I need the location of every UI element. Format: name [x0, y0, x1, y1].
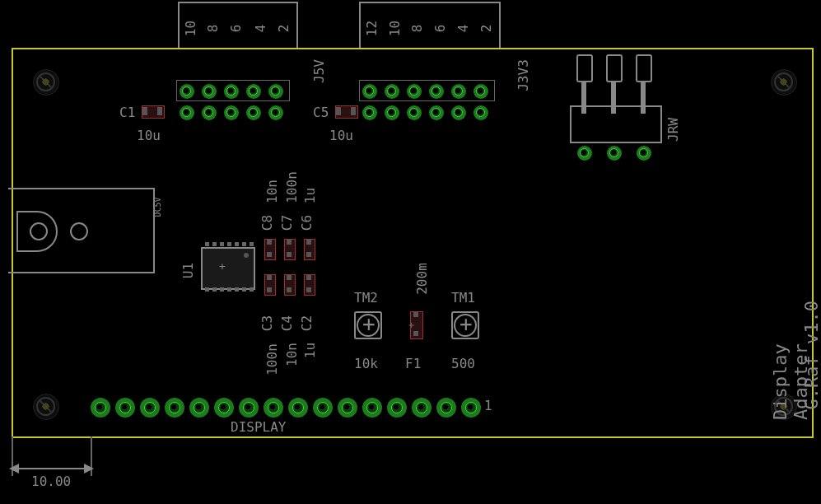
cap-label: C6	[299, 215, 315, 231]
cap-val: 1u	[302, 188, 318, 203]
jrw-label: JRW	[665, 118, 681, 142]
mount-hole-tr	[771, 69, 797, 96]
cap-label: C2	[299, 315, 315, 331]
pad	[268, 105, 283, 120]
pin-label: 8	[409, 25, 425, 33]
pad	[202, 105, 217, 120]
pad	[180, 105, 194, 120]
pin-label: 10	[183, 21, 198, 36]
dimension-line	[13, 468, 92, 469]
pad	[189, 398, 209, 418]
pad	[473, 105, 488, 120]
pin-label: 6	[228, 25, 244, 33]
pad	[338, 398, 357, 418]
pad	[362, 105, 377, 120]
cap-val: 10n	[284, 343, 300, 366]
j3v3-label: J3V3	[515, 59, 531, 91]
display-pin1: 1	[484, 398, 492, 413]
pin-label: 10	[387, 21, 403, 36]
pad	[214, 398, 234, 418]
pin-label: 12	[364, 21, 380, 36]
pad	[362, 398, 382, 418]
cap-label: C8	[259, 215, 275, 231]
pad	[224, 105, 239, 120]
pad	[387, 398, 407, 418]
cap-val: 1u	[302, 343, 318, 358]
cap-val: 10n	[264, 180, 280, 203]
cap-val: 100n	[284, 171, 300, 203]
pad	[115, 398, 135, 418]
pad	[91, 398, 110, 418]
j5v-label: J5V	[311, 59, 327, 83]
pin-label: 8	[205, 25, 221, 33]
pin1-marker	[244, 253, 249, 258]
pad	[165, 398, 184, 418]
pad	[239, 398, 259, 418]
pad	[246, 105, 261, 120]
title2: G.Raf v1.0	[801, 262, 822, 410]
display-label: DISPLAY	[231, 419, 286, 435]
dimension-value: 10.00	[31, 474, 71, 489]
cap-val: 100n	[264, 343, 280, 376]
pin-label: 4	[253, 25, 268, 33]
pad	[461, 398, 481, 418]
pad	[429, 105, 444, 120]
pad	[412, 398, 431, 418]
pad	[385, 105, 399, 120]
pad	[436, 398, 456, 418]
pin-label: 4	[455, 25, 471, 33]
pin-label: 2	[478, 25, 494, 33]
mount-hole-tl	[33, 69, 59, 96]
pad	[288, 398, 308, 418]
pad	[451, 105, 466, 120]
mount-hole-bl	[33, 394, 59, 420]
cap-label: C4	[279, 315, 295, 331]
pad	[140, 398, 160, 418]
cap-label: C7	[279, 215, 295, 231]
pin-label: 6	[432, 25, 448, 33]
pad	[407, 105, 422, 120]
dc5v-label: DC5V	[153, 197, 162, 217]
pin-label: 2	[276, 25, 292, 33]
pad	[313, 398, 333, 418]
cap-label: C3	[259, 315, 275, 331]
pad	[264, 398, 283, 418]
